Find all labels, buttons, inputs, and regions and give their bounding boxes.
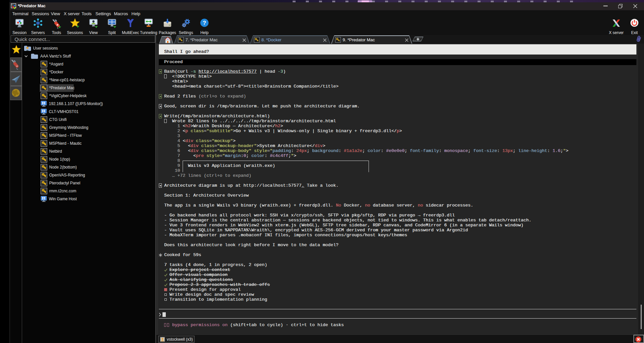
svg-text:?: ? [203, 20, 206, 26]
